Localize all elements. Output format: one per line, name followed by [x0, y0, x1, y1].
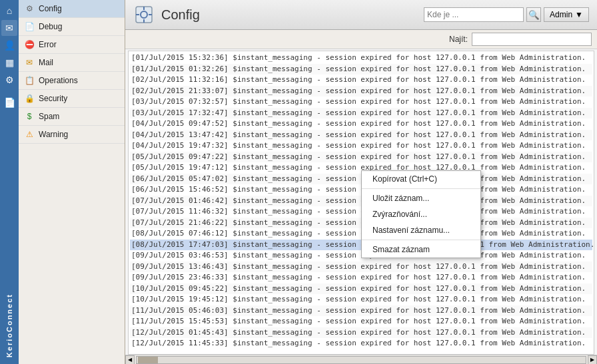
log-line[interactable]: [04/Jul/2015 09:47:52] $instant_messagin… — [130, 118, 592, 130]
admin-label: Admin — [550, 10, 572, 19]
log-line[interactable]: [02/Jul/2015 21:33:07] $instant_messagin… — [130, 86, 592, 97]
warning-icon: ⚠ — [24, 129, 35, 140]
sidebar-item-config-label: Config — [39, 4, 62, 13]
sidebar-item-operations[interactable]: 📋 Operations — [19, 72, 125, 90]
kerio-label: KerioConnect — [5, 293, 13, 357]
scroll-right-button[interactable]: ▶ — [588, 355, 597, 365]
context-menu-sep-1 — [362, 188, 480, 189]
search-button[interactable]: 🔍 — [526, 7, 541, 22]
log-line[interactable]: [09/Jul/2015 13:46:43] $instant_messagin… — [130, 262, 592, 273]
log-area-wrapper: [01/Jul/2015 15:32:36] $instant_messagin… — [128, 51, 594, 355]
kerio-branding: KerioConnect — [5, 293, 13, 357]
scroll-left-button[interactable]: ◀ — [125, 355, 135, 365]
sidebar-item-debug-label: Debug — [39, 22, 62, 31]
search-input[interactable] — [424, 7, 524, 22]
log-line[interactable]: [01/Jul/2015 15:32:36] $instant_messagin… — [130, 53, 592, 64]
sidebar-item-security[interactable]: 🔒 Security — [19, 90, 125, 108]
find-label: Najít: — [449, 35, 468, 44]
icon-bar-doc[interactable]: 📄 — [1, 94, 17, 110]
toolbar: Najít: — [125, 30, 597, 49]
spam-icon: $ — [24, 111, 35, 122]
context-menu-sep-2 — [362, 240, 480, 240]
log-line[interactable]: [10/Jul/2015 09:45:22] $instant_messagin… — [130, 283, 592, 295]
icon-bar-stats[interactable]: ▦ — [1, 55, 17, 71]
sidebar-item-spam-label: Spam — [39, 112, 59, 121]
context-menu-highlight[interactable]: Zvýrazňování... — [362, 206, 480, 222]
sidebar-item-config[interactable]: ⚙ Config — [19, 0, 125, 18]
admin-dropdown-icon: ▼ — [575, 10, 583, 19]
sidebar-item-error-label: Error — [39, 40, 57, 49]
log-line[interactable]: [10/Jul/2015 19:45:12] $instant_messagin… — [130, 294, 592, 305]
find-input[interactable] — [472, 33, 592, 46]
context-menu-settings[interactable]: Nastavení záznamu... — [362, 222, 480, 238]
icon-bar-settings[interactable]: ⚙ — [1, 72, 17, 88]
gear-icon: ⚙ — [24, 3, 35, 14]
icon-bar-mail[interactable]: ✉ — [1, 20, 17, 36]
sidebar-item-debug[interactable]: 📄 Debug — [19, 18, 125, 36]
log-line[interactable]: [02/Jul/2015 11:32:16] $instant_messagin… — [130, 75, 592, 86]
icon-bar-users[interactable]: 👤 — [1, 37, 17, 53]
context-menu-save[interactable]: Uložit záznam... — [362, 190, 480, 206]
log-line[interactable]: [12/Jul/2015 01:45:43] $instant_messagin… — [130, 327, 592, 339]
sidebar-item-mail-label: Mail — [39, 58, 53, 67]
log-line[interactable]: [11/Jul/2015 15:45:53] $instant_messagin… — [130, 316, 592, 327]
sidebar-item-mail[interactable]: ✉ Mail — [19, 54, 125, 72]
log-line[interactable]: [03/Jul/2015 17:32:47] $instant_messagin… — [130, 108, 592, 119]
config-header-icon — [133, 4, 155, 25]
sidebar: ⚙ Config 📄 Debug ⛔ Error ✉ Mail 📋 Operat… — [19, 0, 125, 364]
sidebar-item-warning-label: Warning — [39, 130, 68, 139]
icon-bar: ⌂ ✉ 👤 ▦ ⚙ 📄 KerioConnect — [0, 0, 19, 364]
mail-icon: ✉ — [24, 57, 35, 68]
security-icon: 🔒 — [24, 93, 35, 104]
log-line[interactable]: [11/Jul/2015 05:46:03] $instant_messagin… — [130, 305, 592, 317]
log-line[interactable]: [12/Jul/2015 11:45:33] $instant_messagin… — [130, 338, 592, 349]
log-line[interactable]: [03/Jul/2015 07:32:57] $instant_messagin… — [130, 96, 592, 108]
log-line[interactable]: [05/Jul/2015 09:47:22] $instant_messagin… — [130, 152, 592, 163]
log-line[interactable]: [04/Jul/2015 19:47:32] $instant_messagin… — [130, 140, 592, 152]
icon-bar-home[interactable]: ⌂ — [1, 3, 17, 19]
horizontal-scrollbar-thumb[interactable] — [138, 357, 158, 363]
admin-button[interactable]: Admin ▼ — [544, 7, 589, 22]
log-line[interactable]: [04/Jul/2015 13:47:42] $instant_messagin… — [130, 130, 592, 141]
horizontal-scrollbar-track[interactable] — [136, 356, 586, 364]
sidebar-item-spam[interactable]: $ Spam — [19, 108, 125, 126]
doc-icon: 📄 — [24, 21, 35, 32]
sidebar-item-warning[interactable]: ⚠ Warning — [19, 126, 125, 144]
error-icon: ⛔ — [24, 39, 35, 50]
log-line[interactable]: [09/Jul/2015 23:46:33] $instant_messagin… — [130, 272, 592, 283]
log-line[interactable]: [01/Jul/2015 01:32:26] $instant_messagin… — [130, 64, 592, 75]
page-title: Config — [161, 7, 200, 23]
context-menu-delete[interactable]: Smazat záznam — [362, 242, 480, 258]
header: Config 🔍 Admin ▼ — [125, 0, 597, 30]
context-menu-copy[interactable]: Kopírovat (Ctrl+C) — [362, 171, 480, 187]
ops-icon: 📋 — [24, 75, 35, 86]
bottom-scrollbar[interactable]: ◀ ▶ — [125, 355, 597, 364]
sidebar-item-operations-label: Operations — [39, 76, 78, 85]
search-area: 🔍 Admin ▼ — [424, 7, 589, 22]
sidebar-item-security-label: Security — [39, 94, 67, 103]
context-menu: Kopírovat (Ctrl+C) Uložit záznam... Zvýr… — [361, 170, 481, 258]
sidebar-item-error[interactable]: ⛔ Error — [19, 36, 125, 54]
main-content: Config 🔍 Admin ▼ Najít: [01/Jul/2015 15:… — [125, 0, 597, 364]
